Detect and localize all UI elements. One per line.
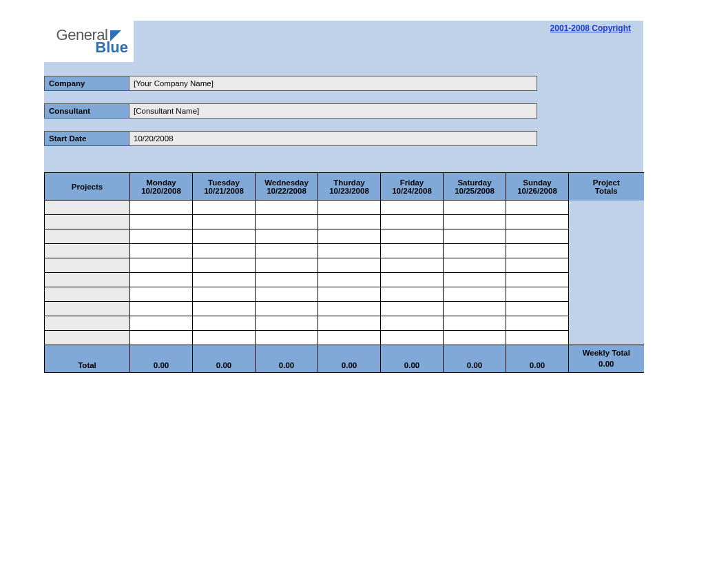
project-cell[interactable] xyxy=(45,302,130,316)
project-cell[interactable] xyxy=(45,229,130,244)
hours-cell[interactable] xyxy=(130,287,193,302)
hours-cell[interactable] xyxy=(130,316,193,331)
hours-cell[interactable] xyxy=(256,287,318,302)
company-input[interactable]: [Your Company Name] xyxy=(129,76,537,91)
hours-cell[interactable] xyxy=(193,273,256,287)
project-cell[interactable] xyxy=(45,244,130,258)
hours-cell[interactable] xyxy=(130,215,193,229)
hours-cell[interactable] xyxy=(444,273,506,287)
hours-cell[interactable] xyxy=(318,331,381,345)
hours-cell[interactable] xyxy=(318,302,381,316)
consultant-input[interactable]: [Consultant Name] xyxy=(129,103,537,119)
project-total-cell xyxy=(569,331,644,345)
hours-cell[interactable] xyxy=(256,258,318,273)
hours-cell[interactable] xyxy=(444,215,506,229)
hours-cell[interactable] xyxy=(444,287,506,302)
hours-cell[interactable] xyxy=(193,215,256,229)
hours-cell[interactable] xyxy=(193,244,256,258)
hours-cell[interactable] xyxy=(193,287,256,302)
hours-cell[interactable] xyxy=(381,229,444,244)
hours-cell[interactable] xyxy=(256,316,318,331)
hours-cell[interactable] xyxy=(318,287,381,302)
timesheet-grid: Projects Monday 10/20/2008 Tuesday 10/21… xyxy=(44,158,643,373)
hours-cell[interactable] xyxy=(444,316,506,331)
header-friday: Friday 10/24/2008 xyxy=(381,173,444,201)
hours-cell[interactable] xyxy=(256,215,318,229)
hours-cell[interactable] xyxy=(130,273,193,287)
table-row xyxy=(45,229,644,244)
hours-cell[interactable] xyxy=(381,287,444,302)
header-thursday: Thurday 10/23/2008 xyxy=(318,173,381,201)
table-row xyxy=(45,287,644,302)
hours-cell[interactable] xyxy=(506,302,569,316)
hours-cell[interactable] xyxy=(318,273,381,287)
project-cell[interactable] xyxy=(45,316,130,331)
project-cell[interactable] xyxy=(45,273,130,287)
hours-cell[interactable] xyxy=(444,244,506,258)
hours-cell[interactable] xyxy=(506,244,569,258)
table-row xyxy=(45,273,644,287)
project-cell[interactable] xyxy=(45,201,130,215)
copyright-link[interactable]: 2001-2008 Copyright xyxy=(550,21,643,33)
hours-cell[interactable] xyxy=(506,287,569,302)
startdate-input[interactable]: 10/20/2008 xyxy=(129,131,537,146)
hours-cell[interactable] xyxy=(381,316,444,331)
header-saturday: Saturday 10/25/2008 xyxy=(444,173,506,201)
hours-cell[interactable] xyxy=(318,316,381,331)
hours-cell[interactable] xyxy=(506,215,569,229)
hours-cell[interactable] xyxy=(256,331,318,345)
total-saturday: 0.00 xyxy=(444,345,506,373)
hours-cell[interactable] xyxy=(130,302,193,316)
hours-cell[interactable] xyxy=(256,201,318,215)
hours-cell[interactable] xyxy=(256,244,318,258)
hours-cell[interactable] xyxy=(256,302,318,316)
project-total-cell xyxy=(569,302,644,316)
hours-cell[interactable] xyxy=(193,201,256,215)
hours-cell[interactable] xyxy=(130,331,193,345)
weekly-total: Weekly Total 0.00 xyxy=(569,345,644,373)
hours-cell[interactable] xyxy=(381,331,444,345)
project-total-cell xyxy=(569,316,644,331)
hours-cell[interactable] xyxy=(444,201,506,215)
project-cell[interactable] xyxy=(45,331,130,345)
hours-cell[interactable] xyxy=(381,201,444,215)
hours-cell[interactable] xyxy=(193,302,256,316)
hours-cell[interactable] xyxy=(130,229,193,244)
hours-cell[interactable] xyxy=(381,258,444,273)
hours-cell[interactable] xyxy=(256,229,318,244)
hours-cell[interactable] xyxy=(318,229,381,244)
project-cell[interactable] xyxy=(45,258,130,273)
hours-cell[interactable] xyxy=(506,258,569,273)
hours-cell[interactable] xyxy=(193,316,256,331)
hours-cell[interactable] xyxy=(506,201,569,215)
hours-cell[interactable] xyxy=(130,201,193,215)
hours-cell[interactable] xyxy=(506,331,569,345)
hours-cell[interactable] xyxy=(444,302,506,316)
info-block: Company [Your Company Name] Consultant [… xyxy=(44,63,643,146)
hours-cell[interactable] xyxy=(193,229,256,244)
hours-cell[interactable] xyxy=(130,244,193,258)
table-row xyxy=(45,331,644,345)
hours-cell[interactable] xyxy=(381,302,444,316)
hours-cell[interactable] xyxy=(444,331,506,345)
hours-cell[interactable] xyxy=(318,201,381,215)
hours-cell[interactable] xyxy=(318,258,381,273)
project-total-cell xyxy=(569,258,644,273)
project-cell[interactable] xyxy=(45,287,130,302)
hours-cell[interactable] xyxy=(130,258,193,273)
hours-cell[interactable] xyxy=(506,273,569,287)
hours-cell[interactable] xyxy=(318,244,381,258)
hours-cell[interactable] xyxy=(193,331,256,345)
hours-cell[interactable] xyxy=(506,229,569,244)
hours-cell[interactable] xyxy=(193,258,256,273)
project-cell[interactable] xyxy=(45,215,130,229)
consultant-row: Consultant [Consultant Name] xyxy=(44,103,643,119)
hours-cell[interactable] xyxy=(444,229,506,244)
hours-cell[interactable] xyxy=(256,273,318,287)
hours-cell[interactable] xyxy=(381,273,444,287)
hours-cell[interactable] xyxy=(506,316,569,331)
hours-cell[interactable] xyxy=(381,215,444,229)
hours-cell[interactable] xyxy=(381,244,444,258)
hours-cell[interactable] xyxy=(318,215,381,229)
hours-cell[interactable] xyxy=(444,258,506,273)
